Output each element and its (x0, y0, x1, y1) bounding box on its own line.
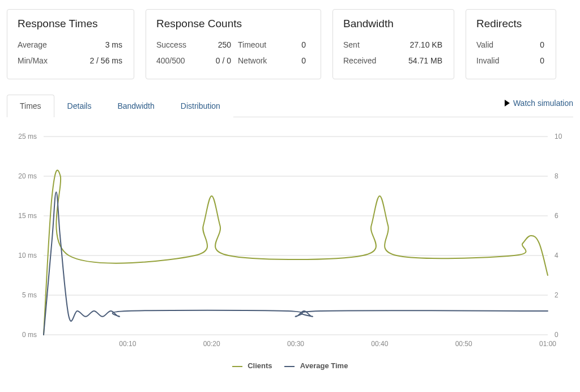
label-minmax: Min/Max (18, 53, 69, 69)
svg-text:00:40: 00:40 (371, 340, 388, 348)
value-timeout: 0 (283, 37, 306, 53)
svg-text:8: 8 (555, 172, 558, 180)
value-success: 250 (202, 37, 231, 53)
card-response-times: Response Times Average 3 ms Min/Max 2 / … (7, 9, 134, 79)
card-title: Redirects (476, 18, 545, 30)
chart-times: 25 ms20 ms15 ms10 ms5 ms0 ms108642000:10… (7, 131, 573, 370)
chart-legend: Clients Average Time (7, 361, 573, 370)
svg-text:00:20: 00:20 (203, 340, 220, 348)
legend-label-clients: Clients (248, 361, 272, 370)
legend-swatch-clients (232, 366, 242, 367)
svg-text:00:10: 00:10 (119, 340, 136, 348)
label-success: Success (156, 37, 202, 53)
card-response-counts: Response Counts Success 250 Timeout 0 40… (146, 9, 321, 79)
card-title: Bandwidth (343, 18, 443, 30)
tab-bandwidth[interactable]: Bandwidth (104, 95, 167, 117)
svg-text:25 ms: 25 ms (18, 133, 37, 140)
svg-text:6: 6 (555, 212, 558, 220)
watch-simulation-link[interactable]: Watch simulation (505, 99, 573, 112)
svg-text:4: 4 (555, 252, 558, 259)
value-400-500: 0 / 0 (202, 53, 231, 69)
label-400-500: 400/500 (156, 53, 202, 69)
value-network: 0 (283, 53, 306, 69)
value-invalid: 0 (516, 53, 544, 69)
svg-text:0 ms: 0 ms (22, 331, 37, 339)
label-timeout: Timeout (231, 37, 283, 53)
svg-text:5 ms: 5 ms (22, 291, 37, 299)
play-icon (505, 100, 510, 106)
watch-simulation-label: Watch simulation (513, 99, 573, 108)
chart-svg: 25 ms20 ms15 ms10 ms5 ms0 ms108642000:10… (7, 131, 573, 352)
tab-distribution[interactable]: Distribution (168, 95, 233, 117)
label-valid: Valid (476, 37, 516, 53)
svg-text:00:30: 00:30 (287, 340, 304, 348)
card-title: Response Times (18, 18, 123, 30)
legend-label-avg: Average Time (300, 361, 348, 370)
label-average: Average (18, 37, 69, 53)
value-average: 3 ms (69, 37, 122, 53)
card-redirects: Redirects Valid 0 Invalid 0 (466, 9, 556, 79)
svg-text:0: 0 (555, 331, 558, 339)
svg-text:00:50: 00:50 (455, 340, 472, 348)
card-title: Response Counts (156, 18, 310, 30)
value-sent: 27.10 KB (391, 37, 442, 53)
label-sent: Sent (343, 37, 391, 53)
tab-details[interactable]: Details (54, 95, 105, 117)
tab-times[interactable]: Times (7, 95, 54, 117)
label-network: Network (231, 53, 283, 69)
label-invalid: Invalid (476, 53, 516, 69)
legend-swatch-avg (284, 366, 295, 367)
tab-bar: Times Details Bandwidth Distribution (7, 94, 233, 117)
svg-text:01:00: 01:00 (539, 340, 556, 348)
card-bandwidth: Bandwidth Sent 27.10 KB Received 54.71 M… (332, 9, 454, 79)
svg-text:10 ms: 10 ms (18, 252, 37, 259)
svg-text:15 ms: 15 ms (18, 212, 37, 220)
svg-text:2: 2 (555, 291, 558, 299)
value-minmax: 2 / 56 ms (69, 53, 122, 69)
label-received: Received (343, 53, 391, 69)
svg-text:20 ms: 20 ms (18, 172, 37, 180)
svg-text:10: 10 (555, 133, 562, 140)
value-received: 54.71 MB (391, 53, 442, 69)
value-valid: 0 (516, 37, 544, 53)
